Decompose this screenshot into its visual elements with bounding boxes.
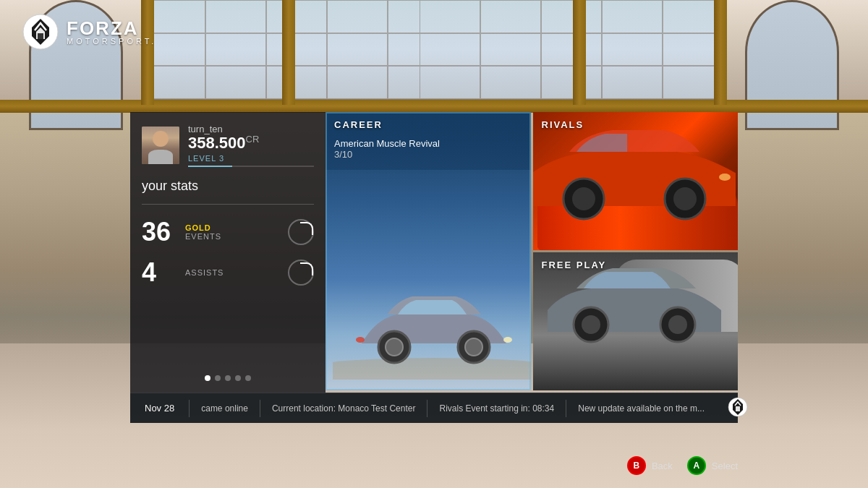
rivals-cell[interactable]: RIVALS [533, 112, 739, 250]
bottom-controls: B Back A Select [627, 456, 738, 475]
window-pane [420, 66, 480, 99]
vertical-beam [282, 0, 295, 105]
vertical-beam [714, 0, 727, 105]
level-bar-fill [188, 166, 232, 167]
window-grid-right [420, 0, 723, 99]
window-pane [420, 33, 480, 67]
gold-label: GOLD [185, 223, 281, 232]
left-panel: turn_ten 358.500CR LEVEL 3 your stats 36… [130, 112, 326, 393]
svg-point-12 [673, 187, 697, 210]
svg-rect-41 [736, 406, 740, 411]
player-header: turn_ten 358.500CR LEVEL 3 [142, 124, 314, 167]
window-pane [541, 66, 602, 99]
credits-unit: CR [246, 134, 260, 145]
logo-area: FORZA MOTORSPORT. [22, 13, 156, 51]
dot-2 [215, 375, 221, 381]
credits-value: 358.500 [188, 134, 246, 152]
window-pane [480, 33, 541, 67]
avatar-image [142, 127, 179, 164]
rivals-bg [533, 112, 739, 250]
window-pane [541, 0, 602, 33]
window-pane [420, 0, 480, 33]
forza-text: FORZA MOTORSPORT. [67, 19, 156, 46]
ticker-item-4: New update available on the m... [566, 403, 716, 414]
svg-point-7 [503, 337, 512, 343]
window-pane [205, 33, 266, 67]
ticker-date: Nov 28 [130, 403, 189, 414]
svg-point-13 [719, 174, 731, 181]
svg-point-2 [333, 358, 531, 380]
assists-label: ASSISTS [185, 268, 281, 277]
window-pane [602, 66, 663, 99]
free-play-label: FREE PLAY [542, 260, 607, 270]
assists-circle [288, 260, 314, 286]
dot-5 [245, 375, 251, 381]
gold-events-count: 36 [142, 219, 178, 245]
select-button-label: Select [712, 461, 738, 471]
window-left [145, 0, 448, 101]
dot-3 [225, 375, 231, 381]
window-pane [602, 0, 663, 33]
career-event-progress: 3/10 [334, 149, 440, 160]
b-button-icon[interactable]: B [627, 456, 646, 475]
stats-divider [142, 204, 314, 205]
svg-point-15 [582, 315, 600, 334]
window-pane [327, 66, 388, 99]
window-pane [480, 66, 541, 99]
ticker-bar: Nov 28 came online Current location: Mon… [130, 393, 738, 423]
player-credits: 358.500CR [188, 134, 314, 153]
gold-events-row: 36 GOLD EVENTS [142, 219, 314, 245]
events-label: EVENTS [185, 232, 281, 241]
menu-grid: CAREER American Muscle Revival 3/10 [326, 112, 738, 393]
window-pane [327, 0, 388, 33]
level-bar [188, 166, 314, 167]
gold-events-label-group: GOLD EVENTS [185, 223, 281, 241]
career-cell[interactable]: CAREER American Muscle Revival 3/10 [326, 112, 531, 390]
ticker-item-1: came online [190, 403, 260, 414]
free-play-cell[interactable]: FREE PLAY [533, 252, 739, 390]
career-car-svg [333, 264, 531, 380]
select-button-group[interactable]: A Select [687, 456, 738, 475]
player-level: LEVEL 3 [188, 154, 314, 163]
a-button-icon[interactable]: A [687, 456, 706, 475]
forza-logo-icon [22, 13, 59, 51]
gold-events-circle [288, 219, 314, 245]
ticker-item-2: Current location: Monaco Test Center [260, 403, 427, 414]
forza-name: FORZA [67, 19, 156, 38]
vertical-beam [573, 0, 586, 105]
player-info: turn_ten 358.500CR LEVEL 3 [188, 124, 314, 167]
ticker-item-3: Rivals Event starting in: 08:34 [427, 403, 566, 414]
assists-label-group: ASSISTS [185, 268, 281, 277]
pagination-dots [142, 368, 314, 381]
window-pane [541, 33, 602, 67]
assists-row: 4 ASSISTS [142, 260, 314, 286]
career-landscape [326, 275, 531, 390]
window-right [420, 0, 723, 101]
svg-point-10 [572, 187, 595, 210]
window-pane [266, 0, 327, 33]
career-event-name: American Muscle Revival [334, 138, 440, 149]
back-button-group[interactable]: B Back [627, 456, 673, 475]
window-grid-left [145, 0, 448, 99]
dot-4 [235, 375, 241, 381]
window-pane [602, 33, 663, 67]
svg-rect-1 [38, 33, 43, 39]
player-avatar [142, 127, 179, 164]
svg-point-8 [356, 337, 365, 343]
assists-count: 4 [142, 260, 178, 286]
svg-point-17 [668, 315, 687, 334]
career-label: CAREER [334, 119, 383, 130]
svg-point-4 [386, 338, 403, 356]
dot-1 [205, 375, 210, 381]
main-panel: turn_ten 358.500CR LEVEL 3 your stats 36… [130, 112, 738, 423]
player-username: turn_ten [188, 124, 314, 134]
svg-point-6 [465, 338, 482, 356]
content-area: turn_ten 358.500CR LEVEL 3 your stats 36… [130, 112, 738, 393]
rivals-label: RIVALS [542, 119, 584, 130]
window-pane [205, 66, 266, 99]
window-pane [205, 0, 266, 33]
horizontal-beam [0, 100, 868, 113]
forza-subtitle: MOTORSPORT. [67, 38, 156, 46]
window-pane [266, 66, 327, 99]
ticker-logo-icon [728, 397, 748, 417]
